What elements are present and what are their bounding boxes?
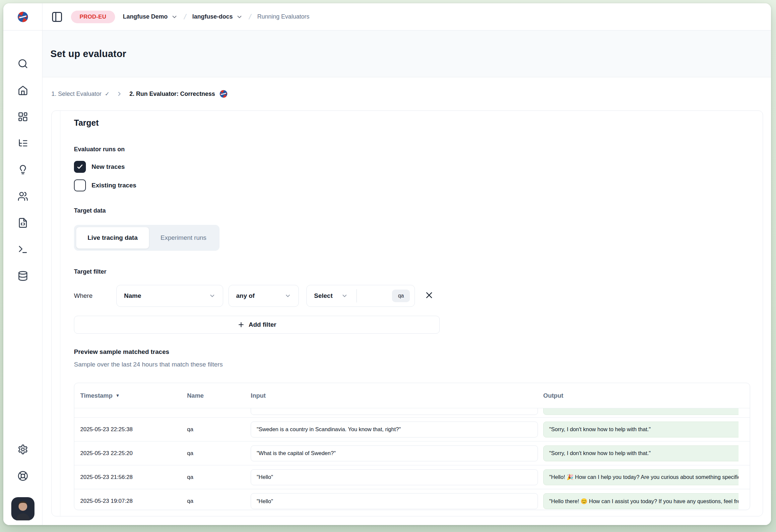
step-select-evaluator[interactable]: 1. Select Evaluator ✓: [51, 91, 110, 98]
table-row-partial[interactable]: [74, 408, 750, 417]
breadcrumb-project[interactable]: langfuse-docs: [192, 13, 243, 20]
sidebar-item-settings[interactable]: [18, 444, 28, 455]
chevron-down-icon: [236, 14, 243, 20]
sort-desc-icon: ▼: [116, 393, 120, 398]
table-row[interactable]: 2025-05-23 22:25:38 qa "Sweden is a coun…: [74, 417, 750, 441]
langfuse-logo-icon: [17, 11, 29, 23]
target-heading: Target: [74, 118, 753, 128]
breadcrumb-org-label: Langfuse Demo: [123, 13, 168, 20]
sidebar-item-support[interactable]: [18, 471, 28, 481]
sidebar-item-prompts[interactable]: [18, 218, 28, 228]
target-data-tabs: Live tracing data Experiment runs: [74, 225, 219, 251]
evaluator-logo-icon: [219, 89, 228, 99]
preview-table: Timestamp ▼ Name Input Output: [74, 383, 750, 510]
sidebar-item-search[interactable]: [18, 58, 28, 69]
timestamp-cell: 2025-05-23 21:56:28: [80, 474, 187, 481]
list-tree-icon: [18, 138, 28, 149]
column-header-output: Output: [543, 392, 739, 399]
output-box: [543, 408, 739, 415]
close-icon: [425, 291, 433, 300]
timestamp-cell: 2025-05-23 22:25:20: [80, 450, 187, 457]
table-row[interactable]: 2025-05-23 19:07:28 qa "Hello" "Hello th…: [74, 489, 750, 510]
input-box: "Sweden is a country in Scandinavia. You…: [251, 421, 538, 437]
table-body: 2025-05-23 22:25:38 qa "Sweden is a coun…: [74, 417, 750, 510]
checkbox-unchecked: [74, 179, 86, 191]
filter-column-select[interactable]: Name: [117, 285, 223, 307]
column-header-timestamp[interactable]: Timestamp ▼: [80, 392, 187, 399]
name-cell: qa: [187, 426, 251, 433]
table-row[interactable]: 2025-05-23 21:56:28 qa "Hello" "Hello! 🎉…: [74, 465, 750, 489]
panel-left-icon: [51, 11, 63, 23]
remove-filter-button[interactable]: [425, 291, 433, 301]
check-icon: [76, 163, 83, 170]
sidebar-toggle-button[interactable]: [51, 11, 63, 23]
sidebar-item-users[interactable]: [18, 191, 28, 202]
app-window: PROD-EU Langfuse Demo / langfuse-docs / …: [3, 3, 771, 525]
lifebuoy-icon: [18, 471, 28, 481]
filter-operator-value: any of: [236, 292, 255, 300]
sidebar-item-evaluation[interactable]: [18, 165, 28, 175]
sidebar-item-home[interactable]: [18, 85, 28, 96]
filter-operator-select[interactable]: any of: [228, 285, 299, 307]
avatar-image: [11, 497, 34, 520]
input-box: "Hello": [251, 493, 538, 509]
page-header: Set up evaluator: [42, 30, 771, 77]
checkbox-label: New traces: [91, 163, 125, 170]
terminal-icon: [18, 244, 28, 255]
topbar: PROD-EU Langfuse Demo / langfuse-docs / …: [3, 3, 771, 30]
sidebar: [3, 30, 42, 525]
runs-on-label: Evaluator runs on: [74, 146, 753, 153]
file-code-icon: [18, 218, 28, 228]
sidebar-item-tracing[interactable]: [18, 138, 28, 149]
wizard-steps: 1. Select Evaluator ✓ 2. Run Evaluator: …: [42, 77, 771, 111]
sidebar-item-dashboard[interactable]: [18, 112, 28, 122]
column-header-name: Name: [187, 392, 251, 399]
checkbox-label: Existing traces: [91, 182, 136, 189]
output-box: "Sorry, I don't know how to help with th…: [543, 446, 739, 461]
tab-experiment-runs[interactable]: Experiment runs: [149, 227, 218, 249]
checkbox-existing-traces[interactable]: Existing traces: [74, 179, 753, 191]
step1-label: 1. Select Evaluator: [51, 91, 102, 98]
breadcrumb-slash: /: [248, 13, 252, 21]
user-avatar[interactable]: [11, 497, 34, 520]
output-box: "Hello! 🎉 How can I help you today? Are …: [543, 469, 739, 485]
home-icon: [18, 85, 28, 96]
environment-badge[interactable]: PROD-EU: [71, 11, 115, 23]
chevron-down-icon: [209, 293, 216, 299]
database-icon: [18, 271, 28, 281]
divider: [357, 289, 357, 303]
table-row[interactable]: 2025-05-23 22:25:20 qa "What is the capi…: [74, 441, 750, 465]
breadcrumb: Langfuse Demo / langfuse-docs / Running …: [123, 13, 310, 21]
org-logo[interactable]: [3, 3, 42, 30]
filter-column-value: Name: [124, 292, 141, 300]
check-icon: ✓: [105, 91, 110, 98]
chevron-right-icon: [116, 91, 123, 97]
column-header-input: Input: [251, 392, 543, 399]
table-header: Timestamp ▼ Name Input Output: [74, 383, 750, 408]
checkbox-new-traces[interactable]: New traces: [74, 161, 753, 173]
main-content: Set up evaluator 1. Select Evaluator ✓ 2…: [42, 30, 771, 525]
step-run-evaluator: 2. Run Evaluator: Correctness: [129, 89, 228, 99]
lightbulb-icon: [18, 165, 28, 175]
filter-value-select[interactable]: Select qa: [307, 285, 415, 307]
output-box: "Sorry, I don't know how to help with th…: [543, 421, 739, 437]
sidebar-item-datasets[interactable]: [18, 271, 28, 281]
chevron-down-icon: [171, 14, 178, 20]
tab-live-tracing-data[interactable]: Live tracing data: [76, 227, 149, 249]
output-box: "Hello there! 😊 How can I assist you tod…: [543, 493, 739, 509]
chevron-down-icon: [284, 293, 291, 299]
name-cell: qa: [187, 450, 251, 457]
sidebar-item-playground[interactable]: [18, 244, 28, 255]
target-data-label: Target data: [74, 207, 753, 214]
page-title: Set up evaluator: [50, 48, 126, 59]
checkbox-checked: [74, 161, 86, 173]
plus-icon: [237, 321, 245, 328]
breadcrumb-org[interactable]: Langfuse Demo: [123, 13, 178, 20]
target-filter-label: Target filter: [74, 268, 753, 275]
search-icon: [18, 58, 28, 69]
filter-row: Where Name any of Select: [74, 285, 753, 307]
where-label: Where: [74, 292, 117, 300]
timestamp-cell: 2025-05-23 22:25:38: [80, 426, 187, 433]
add-filter-button[interactable]: Add filter: [74, 316, 440, 334]
gear-icon: [18, 444, 28, 455]
